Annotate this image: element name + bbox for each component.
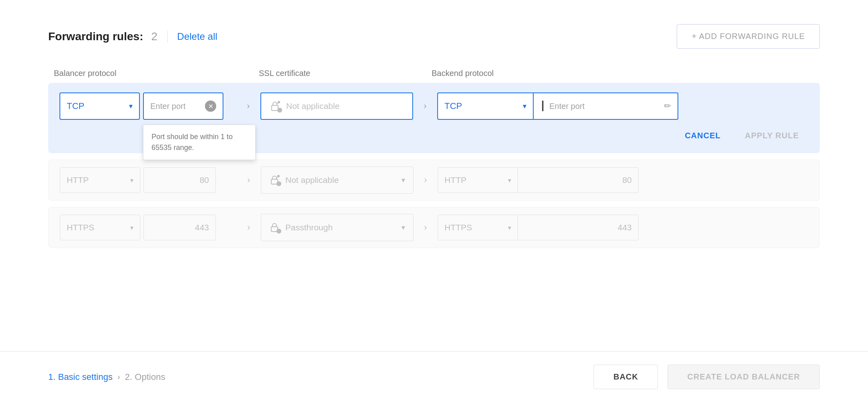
backend-protocol-value: TCP (444, 101, 523, 111)
apply-rule-button[interactable]: APPLY RULE (737, 128, 807, 144)
svg-point-5 (277, 175, 280, 177)
http-balancer-port: 80 (143, 167, 216, 193)
https-ssl-icon (269, 222, 280, 233)
create-load-balancer-button[interactable]: CREATE LOAD BALANCER (667, 365, 820, 389)
balancer-port-wrapper: ✕ Port should be within 1 to 65535 range… (143, 92, 223, 120)
tooltip-text: Port should be within 1 to 65535 range. (151, 133, 233, 152)
balancer-protocol-value: TCP (67, 101, 129, 111)
header-row: Forwarding rules: 2 Delete all + ADD FOR… (48, 24, 820, 49)
http-balancer-protocol-value: HTTP (67, 175, 130, 185)
delete-all-button[interactable]: Delete all (177, 31, 217, 42)
edit-port-icon[interactable]: ✏ (664, 101, 671, 111)
balancer-port-input[interactable] (150, 102, 205, 111)
balancer-protocol-select[interactable]: TCP ▾ (59, 92, 140, 120)
https-balancer-port: 443 (143, 215, 216, 240)
footer: 1. Basic settings › 2. Options BACK CREA… (0, 351, 868, 402)
svg-point-2 (278, 101, 280, 103)
forwarding-rules-count: 2 (151, 30, 158, 43)
svg-rect-0 (272, 105, 278, 111)
active-forwarding-rule-row: TCP ▾ ✕ Port should be within 1 to 65535… (48, 83, 820, 153)
https-arrow-2: › (414, 222, 438, 233)
http-backend-right: HTTP ▾ 80 (438, 167, 639, 193)
https-backend-port: 443 (518, 215, 639, 240)
https-ssl-chevron-icon: ▾ (401, 223, 405, 232)
static-rule-row-2: HTTPS ▾ 443 › Passthrough ▾ › HT (48, 207, 820, 248)
static-row-1-grid: HTTP ▾ 80 › Not applicable ▾ › (60, 166, 808, 194)
svg-rect-3 (271, 179, 278, 184)
vertical-divider (167, 31, 168, 43)
https-backend-protocol-chevron-icon: ▾ (508, 224, 511, 232)
https-backend-protocol-select[interactable]: HTTPS ▾ (438, 215, 518, 240)
static-row-2-grid: HTTPS ▾ 443 › Passthrough ▾ › HT (60, 214, 808, 241)
https-backend-right: HTTPS ▾ 443 (438, 215, 639, 240)
cursor-icon: ┃ (540, 101, 545, 111)
http-backend-protocol-value: HTTP (444, 175, 508, 185)
https-balancer-protocol-value: HTTPS (67, 223, 130, 232)
http-backend-protocol-select[interactable]: HTTP ▾ (438, 167, 518, 193)
breadcrumb-step2: 2. Options (125, 372, 165, 382)
breadcrumb-separator-icon: › (117, 372, 120, 381)
https-balancer-protocol-chevron-icon: ▾ (130, 224, 133, 232)
http-ssl-icon (269, 175, 280, 185)
column-headers: Balancer protocol SSL certificate Backen… (48, 69, 820, 78)
backend-protocol-chevron-icon: ▾ (523, 102, 526, 111)
https-backend-protocol-value: HTTPS (444, 223, 508, 232)
ssl-certificate-value: Not applicable (286, 101, 404, 111)
http-arrow-2: › (414, 175, 438, 185)
https-arrow-1: › (237, 222, 261, 233)
http-ssl-field[interactable]: Not applicable ▾ (261, 166, 414, 194)
http-balancer-protocol-chevron-icon: ▾ (130, 176, 133, 184)
back-button[interactable]: BACK (594, 365, 658, 389)
clear-port-icon[interactable]: ✕ (205, 100, 216, 112)
arrow-1: › (236, 101, 260, 111)
footer-actions: BACK CREATE LOAD BALANCER (594, 365, 820, 389)
backend-protocol-select[interactable]: TCP ▾ (437, 92, 534, 120)
backend-port-input[interactable] (549, 102, 660, 111)
http-ssl-chevron-icon: ▾ (401, 176, 405, 185)
breadcrumb: 1. Basic settings › 2. Options (48, 372, 165, 382)
breadcrumb-step1[interactable]: 1. Basic settings (48, 372, 113, 382)
ssl-certificate-field[interactable]: Not applicable (260, 92, 413, 120)
cancel-button[interactable]: CANCEL (677, 128, 729, 144)
header-left: Forwarding rules: 2 Delete all (48, 30, 217, 43)
http-ssl-value: Not applicable (285, 175, 396, 185)
forwarding-rules-title: Forwarding rules: 2 (48, 30, 158, 43)
backend-protocol-header: Backend protocol (428, 69, 604, 78)
http-arrow-1: › (237, 175, 261, 185)
add-forwarding-rule-button[interactable]: + ADD FORWARDING RULE (677, 24, 820, 49)
http-backend-protocol-chevron-icon: ▾ (508, 176, 511, 184)
port-validation-tooltip: Port should be within 1 to 65535 range. (143, 125, 256, 160)
svg-rect-6 (271, 227, 278, 232)
arrow-2: › (413, 101, 437, 111)
balancer-protocol-chevron-icon: ▾ (129, 102, 133, 111)
active-row-grid: TCP ▾ ✕ Port should be within 1 to 65535… (59, 92, 809, 120)
ssl-certificate-header: SSL certificate (251, 69, 403, 78)
ssl-icon (269, 100, 280, 112)
https-ssl-field[interactable]: Passthrough ▾ (261, 214, 414, 241)
backend-port-field: ┃ ✏ (534, 92, 678, 120)
forwarding-rules-label-text: Forwarding rules: (48, 30, 143, 43)
balancer-protocol-header: Balancer protocol (50, 69, 227, 78)
http-balancer-protocol-select[interactable]: HTTP ▾ (60, 167, 140, 193)
static-rule-row-1: HTTP ▾ 80 › Not applicable ▾ › (48, 160, 820, 201)
balancer-port-input-field: ✕ (143, 92, 223, 120)
https-ssl-value: Passthrough (285, 223, 396, 232)
http-backend-port: 80 (518, 167, 639, 193)
https-balancer-protocol-select[interactable]: HTTPS ▾ (60, 215, 140, 240)
backend-right-section: TCP ▾ ┃ ✏ (437, 92, 678, 120)
